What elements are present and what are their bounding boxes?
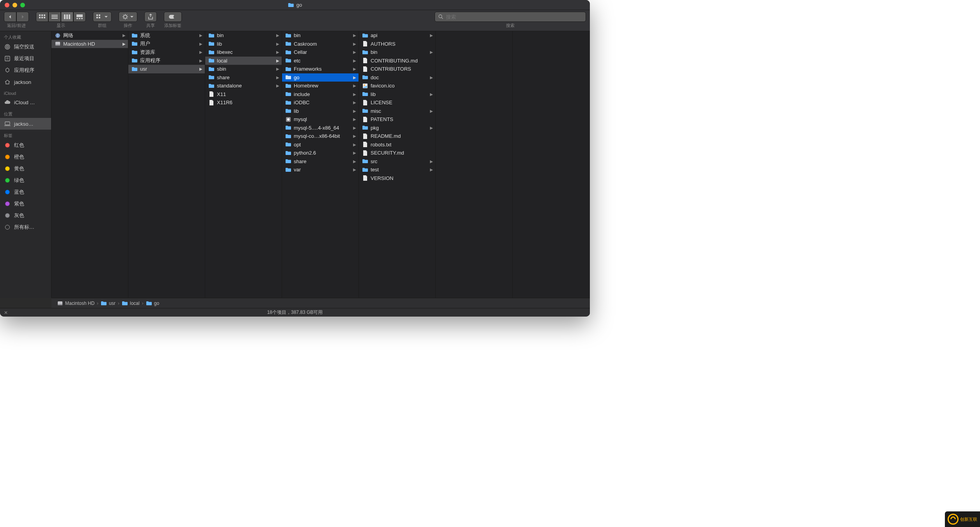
- path-separator: ›: [118, 301, 119, 306]
- file-row[interactable]: src▶: [359, 157, 435, 166]
- file-row[interactable]: robots.txt: [359, 141, 435, 149]
- sidebar-item[interactable]: 黄色: [0, 163, 51, 174]
- file-row[interactable]: VERSION: [359, 174, 435, 183]
- file-row[interactable]: api▶: [359, 31, 435, 40]
- file-row[interactable]: python2.6▶: [282, 149, 359, 157]
- file-row[interactable]: mysql-5.…4-x86_64▶: [282, 124, 359, 132]
- column[interactable]: api▶AUTHORSbin▶CONTRIBUTING.mdCONTRIBUTO…: [359, 31, 436, 298]
- search-input[interactable]: [446, 14, 582, 20]
- file-row[interactable]: mysql-co…x86-64bit▶: [282, 132, 359, 141]
- share-button[interactable]: [144, 12, 157, 22]
- file-row[interactable]: X11R6: [205, 98, 282, 107]
- action-button[interactable]: [119, 12, 137, 22]
- view-column-button[interactable]: [61, 12, 73, 22]
- file-row[interactable]: include▶: [282, 90, 359, 99]
- file-row[interactable]: share▶: [205, 73, 282, 82]
- sidebar-item[interactable]: 灰色: [0, 210, 51, 221]
- file-row[interactable]: usr▶: [128, 65, 205, 73]
- file-row[interactable]: Macintosh HD▶: [51, 40, 128, 48]
- file-row[interactable]: 资源库▶: [128, 48, 205, 57]
- file-row[interactable]: X11: [205, 90, 282, 99]
- column[interactable]: 系统▶用户▶资源库▶应用程序▶usr▶: [128, 31, 205, 298]
- sidebar-item[interactable]: 蓝色: [0, 186, 51, 198]
- path-segment[interactable]: usr: [101, 300, 115, 306]
- file-row[interactable]: SECURITY.md: [359, 149, 435, 157]
- file-row[interactable]: share▶: [282, 157, 359, 166]
- column[interactable]: bin▶Caskroom▶Cellar▶etc▶Frameworks▶go▶Ho…: [282, 31, 359, 298]
- file-row[interactable]: 用户▶: [128, 40, 205, 48]
- sidebar-item[interactable]: jackso…: [0, 118, 51, 130]
- file-row[interactable]: lib▶: [282, 107, 359, 116]
- back-button[interactable]: [4, 12, 16, 22]
- status-toggle-icon[interactable]: ✕: [4, 310, 8, 315]
- file-name: etc: [294, 58, 300, 64]
- sidebar-item[interactable]: 所有标…: [0, 221, 51, 233]
- edit-tags-button[interactable]: [164, 12, 182, 22]
- file-row[interactable]: etc▶: [282, 57, 359, 65]
- file-row[interactable]: iODBC▶: [282, 98, 359, 107]
- chevron-right-icon: ▶: [276, 33, 279, 37]
- sidebar-item[interactable]: 最近项目: [0, 53, 51, 64]
- file-row[interactable]: Caskroom▶: [282, 40, 359, 48]
- file-row[interactable]: doc▶: [359, 73, 435, 82]
- path-segment[interactable]: local: [122, 300, 140, 306]
- file-name: standalone: [217, 83, 242, 89]
- file-row[interactable]: favicon.ico: [359, 82, 435, 90]
- file-row[interactable]: libexec▶: [205, 48, 282, 57]
- sidebar-item[interactable]: 红色: [0, 139, 51, 151]
- file-row[interactable]: bin▶: [205, 31, 282, 40]
- file-row[interactable]: go▶: [282, 73, 359, 82]
- column[interactable]: bin▶lib▶libexec▶local▶sbin▶share▶standal…: [205, 31, 282, 298]
- file-row[interactable]: misc▶: [359, 107, 435, 116]
- minimize-button[interactable]: [12, 3, 17, 7]
- file-row[interactable]: lib▶: [205, 40, 282, 48]
- sidebar-item[interactable]: jackson: [0, 76, 51, 88]
- sidebar-item[interactable]: 绿色: [0, 174, 51, 186]
- folder-icon: [285, 150, 291, 156]
- sidebar-item[interactable]: 橙色: [0, 151, 51, 163]
- file-row[interactable]: Homebrew▶: [282, 82, 359, 90]
- sidebar-item[interactable]: iCloud …: [0, 96, 51, 108]
- column[interactable]: [436, 31, 513, 298]
- sidebar-item[interactable]: 应用程序: [0, 64, 51, 76]
- file-row[interactable]: AUTHORS: [359, 40, 435, 48]
- file-row[interactable]: mysql▶: [282, 115, 359, 124]
- file-row[interactable]: LICENSE: [359, 98, 435, 107]
- view-gallery-button[interactable]: [73, 12, 86, 22]
- file-row[interactable]: README.md: [359, 132, 435, 141]
- svg-rect-31: [55, 45, 60, 46]
- file-row[interactable]: Frameworks▶: [282, 65, 359, 73]
- sidebar-item[interactable]: 隔空投送: [0, 41, 51, 53]
- sidebar-item[interactable]: 紫色: [0, 198, 51, 210]
- file-row[interactable]: local▶: [205, 57, 282, 65]
- path-segment[interactable]: Macintosh HD: [57, 300, 94, 306]
- file-row[interactable]: 系统▶: [128, 31, 205, 40]
- column[interactable]: 网络▶Macintosh HD▶: [51, 31, 128, 298]
- file-row[interactable]: PATENTS: [359, 115, 435, 124]
- file-row[interactable]: lib▶: [359, 90, 435, 99]
- file-row[interactable]: test▶: [359, 166, 435, 174]
- file-row[interactable]: 网络▶: [51, 31, 128, 40]
- file-name: Caskroom: [294, 41, 317, 47]
- view-list-button[interactable]: [48, 12, 61, 22]
- file-row[interactable]: standalone▶: [205, 82, 282, 90]
- group-button[interactable]: [93, 12, 112, 22]
- file-row[interactable]: bin▶: [282, 31, 359, 40]
- toolbar: 返回/前进 显示 群组: [0, 10, 590, 31]
- file-row[interactable]: CONTRIBUTORS: [359, 65, 435, 73]
- zoom-button[interactable]: [20, 3, 25, 7]
- close-button[interactable]: [5, 3, 9, 7]
- view-icon-button[interactable]: [36, 12, 48, 22]
- forward-button[interactable]: [16, 12, 29, 22]
- file-row[interactable]: var▶: [282, 166, 359, 174]
- file-row[interactable]: bin▶: [359, 48, 435, 57]
- file-row[interactable]: opt▶: [282, 141, 359, 149]
- search-field[interactable]: [435, 12, 586, 22]
- path-segment[interactable]: go: [146, 300, 159, 306]
- file-row[interactable]: CONTRIBUTING.md: [359, 57, 435, 65]
- file-name: robots.txt: [371, 142, 391, 148]
- file-row[interactable]: sbin▶: [205, 65, 282, 73]
- file-row[interactable]: Cellar▶: [282, 48, 359, 57]
- file-row[interactable]: pkg▶: [359, 124, 435, 132]
- file-row[interactable]: 应用程序▶: [128, 57, 205, 65]
